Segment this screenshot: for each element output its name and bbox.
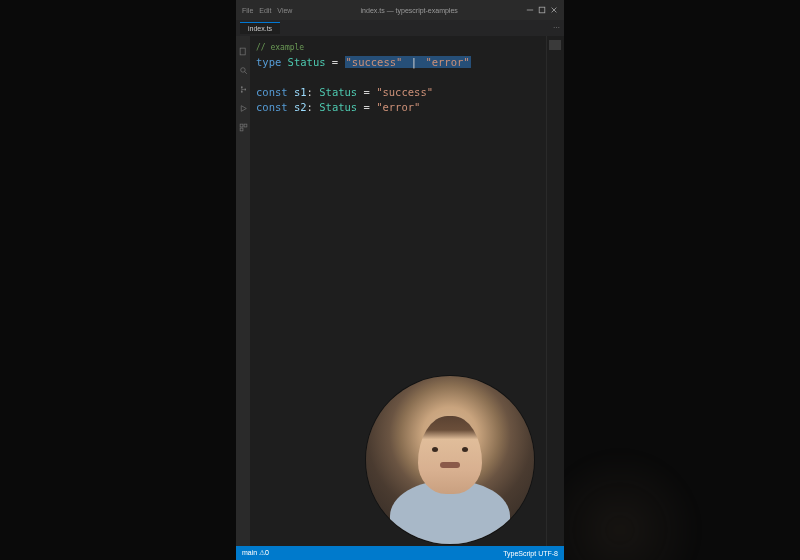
svg-point-8 <box>240 91 242 93</box>
string-value-success: "success" <box>376 86 433 98</box>
presenter-webcam <box>366 376 534 544</box>
code-comment: // example <box>256 40 564 55</box>
type-annotation: Status <box>319 86 357 98</box>
debug-icon[interactable] <box>239 99 248 108</box>
webcam-reflection <box>540 450 700 560</box>
colon-op: : <box>307 101 320 113</box>
svg-point-9 <box>244 89 246 91</box>
blank-line <box>256 70 564 85</box>
activity-bar <box>236 36 250 546</box>
titlebar-menu: File Edit View <box>242 7 292 14</box>
keyword-const: const <box>256 101 294 113</box>
svg-point-5 <box>240 68 245 73</box>
svg-point-7 <box>240 86 242 88</box>
search-icon[interactable] <box>239 61 248 70</box>
face-eyes <box>432 447 468 453</box>
keyword-type: type <box>256 56 288 68</box>
string-value-error: "error" <box>376 101 420 113</box>
tab-overflow-icon[interactable]: ⋯ <box>553 24 560 32</box>
minimap[interactable] <box>546 36 564 546</box>
face-mouth <box>440 462 460 468</box>
code-line-1: type Status = "success" | "error" <box>256 55 564 70</box>
menu-file[interactable]: File <box>242 7 253 14</box>
window-controls <box>526 6 558 14</box>
minimap-region <box>549 40 561 50</box>
keyword-const: const <box>256 86 294 98</box>
assign-op: = <box>357 101 376 113</box>
code-line-3: const s1: Status = "success" <box>256 85 564 100</box>
assign-op: = <box>357 86 376 98</box>
window-title: index.ts — typescript-examples <box>292 7 526 14</box>
minimize-icon[interactable] <box>526 6 534 14</box>
type-status: Status <box>288 56 326 68</box>
svg-rect-12 <box>244 124 247 127</box>
menu-view[interactable]: View <box>277 7 292 14</box>
tab-index-ts[interactable]: index.ts <box>240 22 280 34</box>
right-eye <box>462 447 468 452</box>
ext-icon[interactable] <box>239 118 248 127</box>
status-left[interactable]: main ⚠0 <box>242 549 269 557</box>
var-s2: s2 <box>294 101 307 113</box>
type-annotation: Status <box>319 101 357 113</box>
menu-edit[interactable]: Edit <box>259 7 271 14</box>
string-error: "error" <box>424 56 470 68</box>
code-line-4: const s2: Status = "error" <box>256 100 564 115</box>
close-icon[interactable] <box>550 6 558 14</box>
svg-rect-13 <box>240 128 243 131</box>
var-s1: s1 <box>294 86 307 98</box>
maximize-icon[interactable] <box>538 6 546 14</box>
equals-op: = <box>326 56 345 68</box>
union-pipe: | <box>403 56 424 68</box>
svg-rect-11 <box>240 124 243 127</box>
status-right[interactable]: TypeScript UTF-8 <box>503 550 558 557</box>
editor-tabs: index.ts ⋯ <box>236 20 564 36</box>
svg-marker-10 <box>241 106 246 112</box>
colon-op: : <box>307 86 320 98</box>
svg-line-6 <box>244 72 246 74</box>
files-icon[interactable] <box>239 42 248 51</box>
svg-rect-1 <box>539 7 545 13</box>
svg-rect-4 <box>240 48 245 55</box>
string-success: "success" <box>345 56 404 68</box>
git-icon[interactable] <box>239 80 248 89</box>
window-titlebar: File Edit View index.ts — typescript-exa… <box>236 0 564 20</box>
left-eye <box>432 447 438 452</box>
status-bar: main ⚠0 TypeScript UTF-8 <box>236 546 564 560</box>
